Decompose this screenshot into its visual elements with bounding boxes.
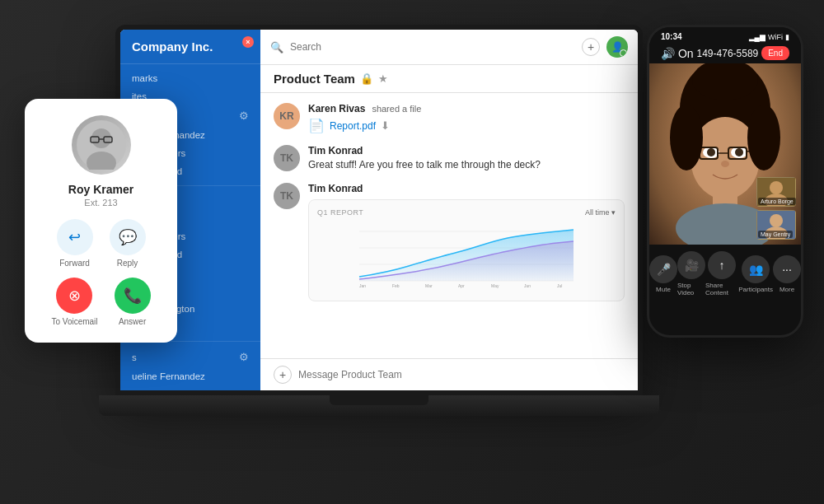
message-text: TK Tim Konrad Great stuff! Are you free … <box>274 145 625 171</box>
svg-point-23 <box>707 148 715 156</box>
phone-card-bottom-actions: ⊗ To Voicemail 📞 Answer <box>51 278 150 326</box>
mute-icon: 🎤 <box>649 255 677 283</box>
phone-number: 149-476-5589 <box>697 48 759 59</box>
stop-video-label: Stop Video <box>677 282 705 296</box>
file-attachment: 📄 Report.pdf ⬇ <box>308 118 625 133</box>
message-content: Tim Konrad Q1 REPORT All time ▾ <box>308 183 625 301</box>
chart-filter[interactable]: All time ▾ <box>585 208 616 217</box>
search-icon: 🔍 <box>270 41 283 54</box>
share-icon: ↑ <box>708 251 736 279</box>
reply-action[interactable]: 💬 Reply <box>110 219 146 268</box>
laptop-screen: Company Inc. × marks ites ne ⚙ ueline Fe… <box>115 25 643 395</box>
message-input[interactable] <box>298 369 625 380</box>
message-input-area: + <box>260 358 638 390</box>
message-avatar: TK <box>274 145 300 171</box>
lock-icon: 🔒 <box>360 72 373 85</box>
laptop-base <box>99 395 659 416</box>
svg-point-35 <box>770 181 783 194</box>
chart-svg: Jan Feb Mar Apr May Jun Jul <box>317 223 616 289</box>
laptop: Company Inc. × marks ites ne ⚙ ueline Fe… <box>99 25 659 453</box>
phone-time: 10:34 <box>661 32 682 41</box>
participants-icon: 👥 <box>742 255 770 283</box>
forward-action[interactable]: ↩ Forward <box>57 219 93 268</box>
voicemail-action[interactable]: ⊗ To Voicemail <box>51 278 97 326</box>
app-layout: Company Inc. × marks ites ne ⚙ ueline Fe… <box>120 30 638 390</box>
svg-point-38 <box>770 214 783 227</box>
reply-label: Reply <box>117 259 138 268</box>
search-input[interactable] <box>290 41 575 53</box>
phone-actions: 🎤 Mute 🎥 Stop Video ↑ Share Content 👥 Pa… <box>649 251 801 296</box>
more-icon: ··· <box>773 255 801 283</box>
svg-text:Jun: Jun <box>524 283 531 288</box>
phone-card-top-actions: ↩ Forward 💬 Reply <box>57 219 146 268</box>
pdf-icon: 📄 <box>308 118 325 133</box>
message-chart: TK Tim Konrad Q1 REPORT All time ▾ <box>274 183 625 301</box>
forward-icon: ↩ <box>57 219 93 255</box>
svg-text:Mar: Mar <box>425 283 433 288</box>
sidebar-header: Company Inc. × <box>120 30 260 64</box>
phone-status-bar: 10:34 ▂▄▆ WiFi ▮ <box>649 27 801 43</box>
search-bar: 🔍 + 👤 <box>260 30 638 65</box>
mini-video-arturo: Arturo Borge <box>756 177 796 207</box>
phone-video-area: Arturo Borge May Gentry <box>649 63 801 245</box>
wifi-icon: WiFi <box>768 33 783 41</box>
speaker-icon[interactable]: 🔊 On <box>661 47 694 60</box>
sidebar-item[interactable]: marks <box>120 69 260 87</box>
search-actions: + 👤 <box>582 36 628 58</box>
user-avatar[interactable]: 👤 <box>606 36 628 58</box>
svg-point-12 <box>91 128 111 148</box>
close-button[interactable]: × <box>242 36 254 48</box>
channel-header: Product Team 🔒 ★ <box>260 65 638 93</box>
chart-header: Q1 REPORT All time ▾ <box>317 208 616 217</box>
main-area: 🔍 + 👤 Product Team 🔒 ★ <box>260 30 638 390</box>
sidebar-item[interactable]: s ⚙ <box>120 347 260 367</box>
message-header: Karen Rivas shared a file <box>308 103 625 114</box>
chart-title: Q1 REPORT <box>317 208 363 217</box>
message-avatar: KR <box>274 103 300 129</box>
svg-text:Jan: Jan <box>359 283 366 288</box>
share-label: Share Content <box>705 282 738 296</box>
more-action[interactable]: ··· More <box>773 255 801 293</box>
messages-area: KR Karen Rivas shared a file 📄 Report.pd… <box>260 93 638 358</box>
sidebar-section-3: s ⚙ ueline Fernandez antha Peters <box>120 342 260 390</box>
phone-status-icons: ▂▄▆ WiFi ▮ <box>749 33 789 41</box>
company-name: Company Inc. <box>132 40 213 54</box>
phone-card: Roy Kramer Ext. 213 ↩ Forward 💬 Reply ⊗ … <box>25 99 177 343</box>
laptop-notch <box>330 395 428 405</box>
message-action: shared a file <box>372 104 421 114</box>
message-header: Tim Konrad <box>308 183 625 194</box>
participants-label: Participants <box>738 286 773 293</box>
add-button[interactable]: + <box>582 38 600 56</box>
message-header: Tim Konrad <box>308 145 625 156</box>
add-message-button[interactable]: + <box>274 366 292 384</box>
mute-action[interactable]: 🎤 Mute <box>649 255 677 293</box>
star-icon[interactable]: ★ <box>378 72 388 85</box>
message-text-body: Great stuff! Are you free to talk me thr… <box>308 159 625 170</box>
settings-icon: ⚙ <box>239 110 249 122</box>
stop-video-icon: 🎥 <box>677 251 705 279</box>
sidebar-item[interactable]: antha Peters <box>120 385 260 390</box>
svg-point-31 <box>670 105 703 170</box>
right-phone: 10:34 ▂▄▆ WiFi ▮ 🔊 On 149-476-5589 End <box>647 25 803 338</box>
phone-call-bar: 🔊 On 149-476-5589 End <box>649 43 801 63</box>
stop-video-action[interactable]: 🎥 Stop Video <box>677 251 705 296</box>
share-content-action[interactable]: ↑ Share Content <box>705 251 738 296</box>
svg-point-30 <box>721 161 729 167</box>
more-label: More <box>780 286 794 293</box>
forward-label: Forward <box>59 259 90 268</box>
download-icon[interactable]: ⬇ <box>381 119 390 132</box>
file-name[interactable]: Report.pdf <box>330 120 376 132</box>
end-call-button[interactable]: End <box>761 46 789 60</box>
settings-icon: ⚙ <box>239 351 249 363</box>
answer-icon: 📞 <box>115 278 151 314</box>
answer-action[interactable]: 📞 Answer <box>115 278 151 326</box>
answer-label: Answer <box>119 317 146 326</box>
mute-label: Mute <box>656 286 671 293</box>
svg-point-32 <box>747 105 780 170</box>
sidebar-item[interactable]: ueline Fernandez <box>120 367 260 385</box>
participants-action[interactable]: 👥 Participants <box>738 255 773 293</box>
svg-text:Jul: Jul <box>557 283 562 288</box>
contact-name: Roy Kramer <box>68 183 133 196</box>
svg-text:May: May <box>491 283 499 288</box>
contact-avatar <box>72 115 131 175</box>
